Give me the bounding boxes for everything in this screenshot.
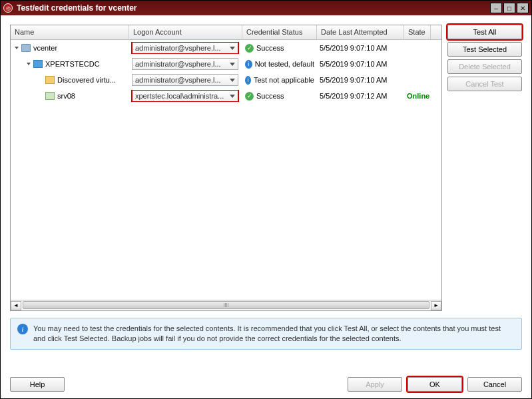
logon-account-dropdown[interactable]: administrator@vsphere.l...	[132, 74, 238, 86]
scroll-left-button[interactable]: ◄	[11, 301, 21, 310]
cancel-test-button[interactable]: Cancel Test	[447, 77, 522, 91]
row-name-label: Discovered virtu...	[57, 76, 116, 84]
minimize-button[interactable]: –	[490, 3, 502, 13]
cell-date: 5/5/2019 9:07:10 AM	[317, 76, 404, 84]
side-button-panel: Test All Test Selected Delete Selected C…	[447, 25, 522, 311]
row-name-label: XPERTSTECDC	[45, 60, 100, 68]
state-label: Online	[407, 92, 429, 100]
scroll-right-button[interactable]: ►	[431, 301, 441, 310]
logon-account-dropdown[interactable]: administrator@vsphere.l...	[132, 42, 238, 54]
chevron-down-icon	[230, 47, 235, 50]
row-name-label: srv08	[57, 92, 75, 100]
cell-date: 5/5/2019 9:07:10 AM	[317, 44, 404, 52]
app-icon: ◎	[3, 3, 13, 13]
scroll-track[interactable]	[21, 301, 431, 310]
ok-button[interactable]: OK	[407, 377, 462, 392]
cell-logon: administrator@vsphere.l...	[129, 58, 242, 70]
chevron-down-icon	[230, 79, 235, 82]
cell-name: srv08	[11, 92, 129, 100]
col-logon[interactable]: Logon Account	[129, 25, 242, 39]
logon-account-dropdown[interactable]: administrator@vsphere.l...	[132, 58, 238, 70]
table-row[interactable]: vcenteradministrator@vsphere.l...✓Succes…	[11, 40, 441, 56]
credentials-grid: Name Logon Account Credential Status Dat…	[10, 25, 442, 311]
status-label: Test not applicable	[254, 76, 314, 84]
check-icon: ✓	[245, 44, 254, 53]
table-row[interactable]: srv08xpertstec.local\administra...✓Succe…	[11, 88, 441, 104]
cell-name: vcenter	[11, 44, 129, 52]
logon-account-value: administrator@vsphere.l...	[135, 44, 227, 52]
tree-toggle-icon[interactable]	[15, 47, 19, 49]
cell-state: Online	[404, 92, 431, 100]
cell-date: 5/5/2019 9:07:12 AM	[317, 92, 404, 100]
col-status[interactable]: Credential Status	[242, 25, 317, 39]
close-button[interactable]: ✕	[517, 3, 529, 13]
cell-name: Discovered virtu...	[11, 76, 129, 84]
horizontal-scrollbar[interactable]: ◄ ►	[11, 300, 441, 310]
test-all-button[interactable]: Test All	[447, 25, 522, 39]
info-status-icon: i	[245, 60, 252, 69]
info-status-icon: i	[245, 76, 251, 85]
chevron-down-icon	[230, 95, 235, 98]
apply-button[interactable]: Apply	[348, 377, 402, 392]
cell-logon: administrator@vsphere.l...	[129, 42, 242, 54]
row-name-label: vcenter	[33, 44, 57, 52]
window-title: Test/edit credentials for vcenter	[17, 3, 490, 13]
status-label: Success	[256, 44, 284, 52]
logon-account-value: administrator@vsphere.l...	[135, 60, 227, 68]
status-label: Not tested, default	[255, 60, 314, 68]
logon-account-dropdown[interactable]: xpertstec.local\administra...	[132, 90, 238, 102]
scroll-thumb[interactable]	[23, 301, 429, 309]
cell-status: ✓Success	[242, 92, 317, 101]
check-icon: ✓	[245, 92, 254, 101]
cell-status: ✓Success	[242, 44, 317, 53]
help-button[interactable]: Help	[10, 377, 65, 392]
cell-name: XPERTSTECDC	[11, 60, 129, 68]
chevron-down-icon	[230, 63, 235, 66]
cell-logon: xpertstec.local\administra...	[129, 90, 242, 102]
status-label: Success	[256, 92, 284, 100]
cancel-button[interactable]: Cancel	[467, 377, 522, 392]
info-panel: i You may need to test the credentials f…	[10, 318, 522, 350]
col-state[interactable]: State	[404, 25, 431, 39]
cell-date: 5/5/2019 9:07:10 AM	[317, 60, 404, 68]
col-date[interactable]: Date Last Attempted	[317, 25, 404, 39]
folder-icon	[45, 76, 55, 84]
logon-account-value: xpertstec.local\administra...	[135, 92, 227, 100]
delete-selected-button[interactable]: Delete Selected	[447, 59, 522, 74]
table-row[interactable]: XPERTSTECDCadministrator@vsphere.l...iNo…	[11, 56, 441, 72]
cell-status: iTest not applicable	[242, 76, 317, 85]
titlebar: ◎ Test/edit credentials for vcenter – □ …	[1, 1, 531, 15]
col-name[interactable]: Name	[11, 25, 129, 39]
cell-logon: administrator@vsphere.l...	[129, 74, 242, 86]
maximize-button[interactable]: □	[503, 3, 515, 13]
info-text: You may need to test the credentials for…	[33, 324, 515, 344]
table-row[interactable]: Discovered virtu...administrator@vsphere…	[11, 72, 441, 88]
logon-account-value: administrator@vsphere.l...	[135, 76, 227, 84]
grid-header: Name Logon Account Credential Status Dat…	[11, 25, 441, 40]
cell-status: iNot tested, default	[242, 60, 317, 69]
test-selected-button[interactable]: Test Selected	[447, 42, 522, 57]
tree-toggle-icon[interactable]	[27, 63, 31, 65]
info-icon: i	[17, 324, 28, 334]
vcenter-icon	[21, 44, 31, 52]
footer: Help Apply OK Cancel	[10, 368, 522, 392]
datacenter-icon	[33, 60, 43, 68]
host-icon	[45, 92, 55, 100]
